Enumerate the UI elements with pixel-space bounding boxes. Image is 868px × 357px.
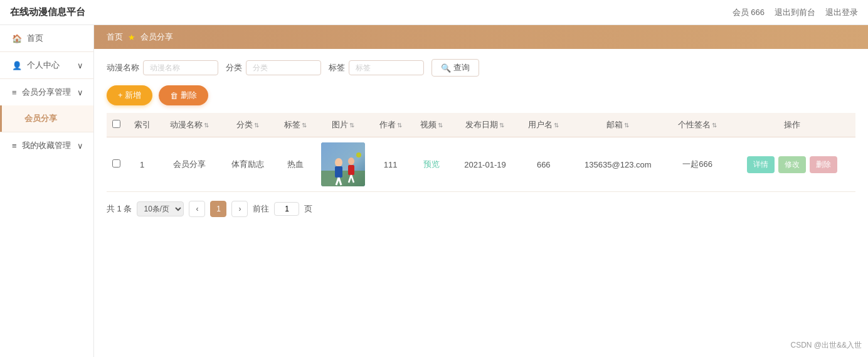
select-all-checkbox[interactable] [112,120,120,128]
td-image [316,137,370,192]
th-video: 视频⇅ [411,113,452,137]
td-checkbox [107,137,125,192]
svg-point-6 [348,157,354,165]
btn-back-to-front[interactable]: 退出到前台 [775,7,815,18]
breadcrumb: 首页 ★ 会员分享 [94,25,868,49]
sidebar-item-home-label: 首页 [27,33,43,44]
anime-name-input[interactable] [143,60,218,75]
table-header-row: 索引 动漫名称⇅ 分类⇅ 标签⇅ 图片⇅ 作者⇅ 视频⇅ 发布日期⇅ 用户名⇅ … [107,113,855,137]
edit-button[interactable]: 修改 [778,156,806,173]
table-row: 1 会员分享 体育励志 热血 [107,137,855,192]
data-table: 索引 动漫名称⇅ 分类⇅ 标签⇅ 图片⇅ 作者⇅ 视频⇅ 发布日期⇅ 用户名⇅ … [107,113,855,192]
prev-page-button[interactable]: ‹ [189,201,205,217]
sort-icon-name[interactable]: ⇅ [204,122,209,129]
total-info: 共 1 条 [107,203,132,215]
th-tag: 标签⇅ [275,113,316,137]
td-username: 666 [518,137,569,192]
sidebar-item-member-share-mgr[interactable]: ≡ 会员分享管理 ∨ [0,79,93,105]
th-anime-name: 动漫名称⇅ [159,113,221,137]
chevron-down-icon-3: ∨ [77,141,83,151]
collection-menu-icon: ≡ [12,141,17,151]
td-email: 135635@123.com [569,137,667,192]
sort-icon-email[interactable]: ⇅ [624,122,629,129]
breadcrumb-home[interactable]: 首页 [107,31,123,43]
chevron-down-icon: ∨ [77,61,83,70]
td-author: 111 [370,137,411,192]
topbar: 在线动漫信息平台 会员 666 退出到前台 退出登录 [0,0,868,25]
tag-label: 标签 [329,62,345,73]
th-image: 图片⇅ [316,113,370,137]
td-video: 预览 [411,137,452,192]
sidebar-item-member-share-label: 会员分享 [24,113,57,124]
sort-icon-image[interactable]: ⇅ [349,122,354,129]
app-title: 在线动漫信息平台 [10,6,85,18]
row-actions: 详情 修改 删除 [733,156,850,173]
next-page-button[interactable]: › [231,201,248,217]
filter-group-category: 分类 [226,60,321,75]
sidebar-item-member-share[interactable]: 会员分享 [0,105,93,132]
sidebar-item-personal-label: 个人中心 [27,60,60,71]
row-delete-button[interactable]: 删除 [810,156,837,173]
th-signature: 个性签名⇅ [667,113,729,137]
new-button-label: + 新增 [118,90,141,101]
category-label: 分类 [226,62,242,73]
filter-group-tag: 标签 [329,60,424,75]
svg-rect-3 [335,166,342,178]
page-1-button[interactable]: 1 [210,201,226,217]
thumbnail [321,142,365,186]
batch-delete-button[interactable]: 🗑 删除 [159,85,208,105]
sort-icon-video[interactable]: ⇅ [438,122,443,129]
td-anime-name: 会员分享 [159,137,221,192]
layout: 🏠 首页 👤 个人中心 ∨ ≡ 会员分享管理 ∨ 会员分享 [0,25,868,357]
sort-icon-tag[interactable]: ⇅ [302,122,307,129]
sort-icon-username[interactable]: ⇅ [554,122,559,129]
tag-input[interactable] [349,60,424,75]
content-area: 动漫名称 分类 标签 🔍 查询 + 新增 [94,49,868,357]
goto-prefix: 前往 [253,203,269,215]
sort-icon-signature[interactable]: ⇅ [712,122,717,129]
goto-page-input[interactable] [274,202,299,216]
td-index: 1 [125,137,159,192]
sort-icon-category[interactable]: ⇅ [254,122,259,129]
th-actions: 操作 [728,113,855,137]
breadcrumb-current: 会员分享 [140,31,173,43]
chevron-down-icon-2: ∨ [77,88,83,97]
action-bar: + 新增 🗑 删除 [107,85,855,105]
th-publish-date: 发布日期⇅ [452,113,517,137]
detail-button[interactable]: 详情 [747,156,775,173]
sort-icon-date[interactable]: ⇅ [499,122,504,129]
th-category: 分类⇅ [221,113,275,137]
svg-point-10 [356,152,361,157]
category-input[interactable] [246,60,321,75]
new-button[interactable]: + 新增 [107,85,152,105]
sort-icon-author[interactable]: ⇅ [397,122,402,129]
trash-icon: 🗑 [170,91,178,100]
sidebar: 🏠 首页 👤 个人中心 ∨ ≡ 会员分享管理 ∨ 会员分享 [0,25,94,357]
search-icon: 🔍 [441,63,451,73]
page-size-select[interactable]: 10条/页 20条/页 50条/页 [137,201,184,216]
filter-group-anime-name: 动漫名称 [107,60,218,75]
user-info: 会员 666 [733,7,765,18]
td-category: 体育励志 [221,137,275,192]
td-tag: 热血 [275,137,316,192]
th-email: 邮箱⇅ [569,113,667,137]
sidebar-item-home[interactable]: 🏠 首页 [0,25,93,51]
th-index: 索引 [125,113,159,137]
breadcrumb-star: ★ [128,33,135,42]
sidebar-item-my-collection-label: 我的收藏管理 [22,140,71,151]
video-preview-link[interactable]: 预览 [423,159,440,169]
pagination-bar: 共 1 条 10条/页 20条/页 50条/页 ‹ 1 › 前往 页 [107,201,855,217]
sidebar-item-my-collection[interactable]: ≡ 我的收藏管理 ∨ [0,132,93,159]
td-publish-date: 2021-01-19 [452,137,517,192]
sidebar-item-personal[interactable]: 👤 个人中心 ∨ [0,52,93,78]
row-checkbox[interactable] [112,159,120,168]
sidebar-item-member-share-mgr-label: 会员分享管理 [22,87,71,98]
query-button-label: 查询 [453,62,470,73]
btn-logout[interactable]: 退出登录 [825,7,858,18]
th-username: 用户名⇅ [518,113,569,137]
svg-point-2 [335,158,342,167]
query-button[interactable]: 🔍 查询 [431,59,479,77]
batch-delete-label: 删除 [181,90,197,101]
filter-bar: 动漫名称 分类 标签 🔍 查询 [107,59,855,77]
svg-rect-1 [321,171,365,186]
